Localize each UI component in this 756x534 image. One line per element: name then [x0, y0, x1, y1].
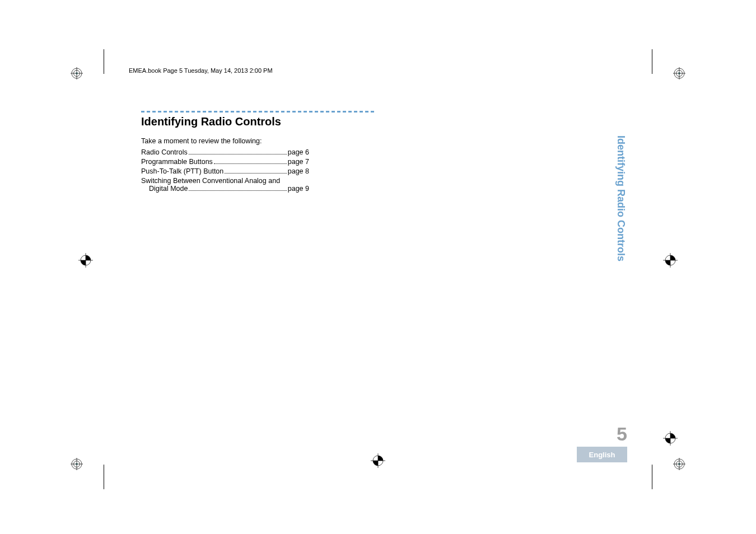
toc-label: Switching Between Conventional Analog an… [141, 177, 309, 185]
crosshair-icon [663, 253, 678, 268]
registration-mark-icon [71, 458, 83, 470]
registration-mark-icon [673, 458, 685, 470]
running-header: EMEA.book Page 5 Tuesday, May 14, 2013 2… [129, 67, 273, 74]
crop-mark-icon [652, 465, 652, 489]
toc-entry: Radio Controls page 6 [141, 148, 309, 156]
toc-entry: Push-To-Talk (PTT) Button page 8 [141, 167, 309, 175]
page-title: Identifying Radio Controls [141, 115, 376, 128]
crosshair-icon [78, 253, 93, 268]
toc-entry: Switching Between Conventional Analog an… [141, 177, 309, 193]
toc-page: page 6 [288, 148, 309, 156]
side-tab-label: Identifying Radio Controls [614, 135, 627, 292]
leader-dots-icon [189, 154, 287, 154]
crop-mark-icon [652, 49, 652, 74]
leader-dots-icon [214, 163, 287, 164]
crosshair-icon [371, 453, 385, 468]
toc-label: Radio Controls [141, 148, 188, 156]
registration-mark-icon [673, 67, 685, 79]
section-rule-icon [141, 110, 376, 113]
toc-entry: Programmable Buttons page 7 [141, 158, 309, 166]
crop-mark-icon [104, 465, 104, 489]
language-label: English [589, 451, 615, 459]
toc-label: Programmable Buttons [141, 158, 213, 166]
crop-mark-icon [104, 49, 104, 74]
intro-text: Take a moment to review the following: [141, 137, 376, 145]
registration-mark-icon [71, 67, 83, 79]
page-number-block: 5 [577, 424, 627, 443]
content-block: Identifying Radio Controls Take a moment… [141, 110, 376, 193]
toc-page: page 7 [288, 158, 309, 166]
toc-label: Digital Mode [149, 185, 188, 193]
toc-label: Push-To-Talk (PTT) Button [141, 167, 223, 175]
leader-dots-icon [189, 190, 286, 191]
toc-page: page 9 [288, 185, 309, 193]
toc-page: page 8 [288, 167, 309, 175]
leader-dots-icon [225, 173, 287, 174]
language-band: English [577, 447, 627, 462]
crosshair-icon [663, 431, 678, 446]
page-number: 5 [577, 424, 627, 443]
